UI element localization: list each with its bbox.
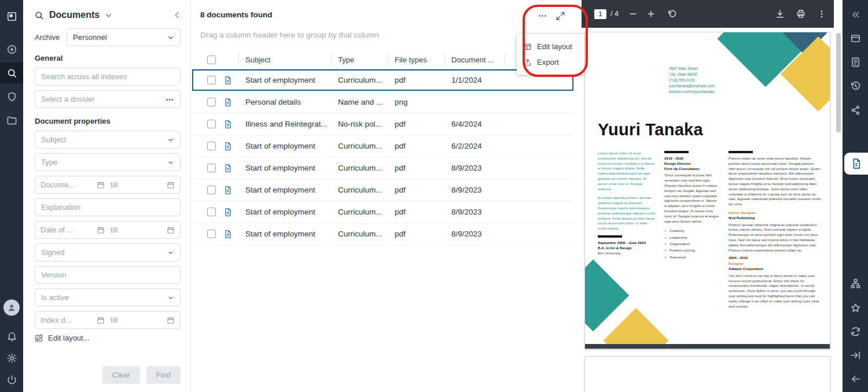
type-placeholder: Type [41, 158, 57, 167]
row-checkbox[interactable] [207, 120, 216, 128]
cell-type: Curriculum... [331, 230, 388, 238]
column-header-type[interactable]: Type [331, 50, 388, 69]
menu-item-edit-layout[interactable]: Edit layout [517, 39, 584, 54]
settings-gear-icon[interactable] [0, 349, 23, 367]
panel-card-icon[interactable] [843, 29, 868, 47]
rotate-icon[interactable] [668, 9, 677, 19]
date-of-field[interactable]: Date of ... till [35, 221, 181, 239]
scrollbar-thumb[interactable] [836, 33, 841, 132]
cell-subject: Start of employment [238, 164, 331, 172]
table-row[interactable]: Start of employment Curriculum... pdf 6/… [192, 135, 573, 157]
is-active-select[interactable]: Is active [35, 289, 181, 306]
pdf-page-1: 4567 Main Street City, State 98052 (718)… [584, 32, 830, 349]
edit-layout-link[interactable]: Edit layout... [35, 334, 181, 342]
layout-context-menu: Edit layout Export [517, 34, 584, 75]
app-root: Documents Archive Personnel General [0, 0, 868, 392]
row-checkbox[interactable] [207, 230, 216, 238]
reader-icon[interactable] [843, 53, 868, 71]
select-all-checkbox[interactable] [207, 56, 216, 64]
back-arrow-icon[interactable] [843, 370, 868, 387]
resume-contact-block: 4567 Main Street City, State 98052 (718)… [669, 66, 731, 95]
share-icon[interactable] [843, 101, 868, 119]
history-icon[interactable] [843, 77, 868, 94]
table-row[interactable]: Personal details Name and ... png [192, 91, 573, 113]
signed-select[interactable]: Signed [35, 243, 181, 261]
till-label: till [111, 316, 117, 324]
zoom-out-icon[interactable] [628, 9, 638, 19]
calendar-icon[interactable] [167, 316, 175, 324]
menu-item-export[interactable]: Export [517, 54, 584, 70]
kebab-menu-icon[interactable] [817, 9, 826, 19]
folder-icon[interactable] [0, 111, 23, 130]
sync-icon[interactable] [843, 323, 868, 340]
calendar-icon[interactable] [167, 226, 175, 234]
clear-button[interactable]: Clear [102, 366, 140, 384]
results-count: 8 documents found [200, 10, 273, 19]
right-icon-rail [843, 0, 868, 392]
row-checkbox[interactable] [207, 76, 216, 84]
arrow-to-right-icon[interactable] [843, 346, 868, 364]
column-header-document-date[interactable]: Document ... [444, 50, 505, 69]
table-row[interactable]: Start of employment Curriculum... pdf 8/… [192, 157, 573, 179]
find-button[interactable]: Find [146, 366, 181, 384]
collapse-right-panel-icon[interactable] [843, 6, 868, 23]
row-checkbox[interactable] [207, 98, 216, 106]
table-row[interactable]: Start of employment Curriculum... pdf 8/… [192, 223, 573, 245]
cell-subject: Start of employment [238, 142, 331, 150]
calendar-icon[interactable] [97, 226, 105, 234]
cell-type: Curriculum... [331, 208, 388, 216]
row-checkbox[interactable] [207, 164, 216, 172]
table-row[interactable]: Start of employment Curriculum... pdf 8/… [192, 179, 573, 201]
row-checkbox[interactable] [207, 208, 216, 216]
viewer-scrollbar[interactable] [834, 0, 843, 392]
more-options-icon[interactable]: ••• [165, 96, 174, 103]
calendar-icon[interactable] [167, 181, 175, 189]
print-icon[interactable] [796, 9, 806, 19]
document-date-placeholder: Docume... [41, 180, 75, 189]
cell-file-type: pdf [388, 230, 444, 238]
search-nav-icon[interactable] [0, 62, 23, 83]
calendar-icon[interactable] [97, 181, 105, 189]
row-checkbox[interactable] [207, 142, 216, 150]
table-row[interactable]: Illness and Reintegrat... No-risk pol...… [192, 113, 573, 135]
power-icon[interactable] [0, 371, 23, 389]
index-date-field[interactable]: Index d... till [35, 311, 181, 329]
document-preview-active-icon[interactable] [844, 153, 868, 175]
shield-icon[interactable] [0, 87, 23, 106]
more-options-icon[interactable] [538, 11, 547, 21]
cell-type: No-risk pol... [331, 120, 388, 128]
version-input[interactable] [35, 266, 181, 284]
resume-name: Yuuri Tanaka [598, 120, 703, 139]
hierarchy-icon[interactable] [843, 275, 868, 292]
archive-select[interactable]: Personnel [67, 28, 181, 46]
table-row[interactable]: Start of employment Curriculum... pdf 8/… [192, 201, 573, 223]
row-checkbox[interactable] [207, 186, 216, 194]
search-indexes-input[interactable] [35, 68, 181, 86]
viewer-toolbar: 1 / 4 [582, 0, 834, 28]
left-icon-rail [0, 0, 23, 392]
chevron-down-icon [167, 249, 174, 256]
decoration-diamond [603, 308, 668, 349]
resume-left-column: Lorem ipsum dolor sit amet, consectetur … [598, 151, 656, 256]
calendar-icon[interactable] [97, 316, 105, 324]
document-icon [223, 164, 233, 173]
star-icon[interactable] [843, 299, 868, 316]
notifications-bell-icon[interactable] [0, 327, 23, 345]
explanation-input[interactable] [35, 198, 181, 216]
column-header-file-types[interactable]: File types [388, 50, 444, 69]
zoom-in-icon[interactable] [646, 9, 656, 19]
chevron-down-icon[interactable] [105, 12, 112, 19]
page-number-input[interactable]: 1 [594, 9, 606, 19]
subject-select[interactable]: Subject [35, 131, 181, 149]
cell-subject: Illness and Reintegrat... [238, 120, 331, 128]
download-icon[interactable] [775, 9, 785, 19]
collapse-panel-icon[interactable] [172, 10, 182, 20]
resume-skills-list: Creativity Leadership Organization Probl… [664, 228, 720, 260]
column-header-subject[interactable]: Subject [238, 50, 331, 69]
add-icon[interactable] [0, 40, 23, 58]
dossier-field[interactable]: Select a dossier ••• [35, 90, 181, 108]
document-date-field[interactable]: Docume... till [35, 176, 181, 194]
type-select[interactable]: Type [35, 153, 181, 171]
user-avatar[interactable] [0, 298, 23, 317]
expand-icon[interactable] [556, 11, 565, 21]
